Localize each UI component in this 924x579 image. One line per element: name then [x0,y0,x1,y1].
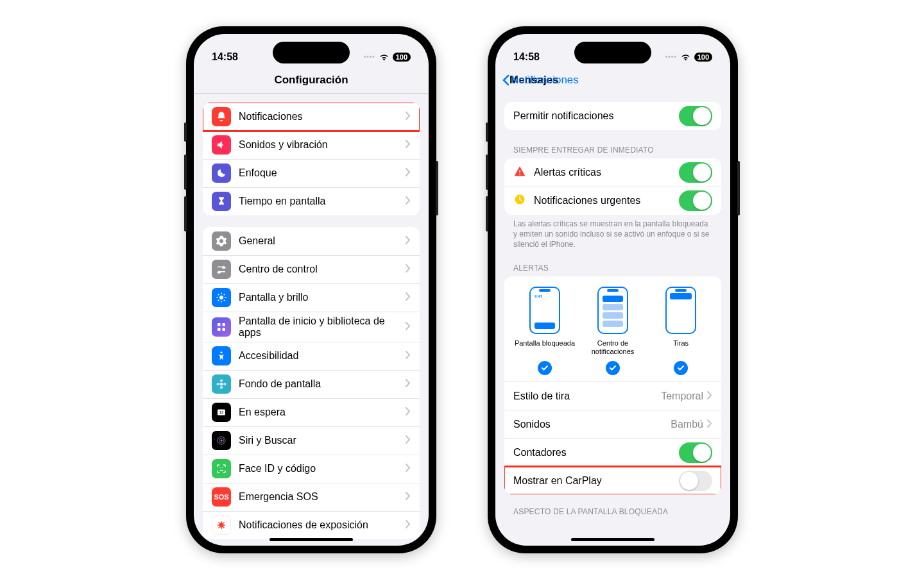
chevron-right-icon [406,235,411,247]
row-sounds[interactable]: Sonidos Bambú [504,410,721,438]
row-label: Enfoque [239,167,406,179]
row-standby[interactable]: 12 En espera [203,398,420,426]
section-header-alerts: ALERTAS [495,260,730,276]
urgent-icon [513,193,526,208]
row-display[interactable]: Pantalla y brillo [203,283,420,312]
check-icon [674,361,688,375]
alert-option-lockscreen[interactable]: 9:41 Pantalla bloqueada [511,287,579,375]
row-label: Sonidos [513,419,671,430]
sun-icon [212,288,231,307]
row-label: Contadores [513,447,679,458]
row-sounds[interactable]: Sonidos y vibración [203,131,420,159]
chevron-right-icon [707,390,712,402]
dynamic-island [574,42,651,63]
row-label: Centro de control [239,264,406,275]
chevron-right-icon [406,378,411,390]
row-label: Pantalla y brillo [239,292,406,303]
chevron-right-icon [406,321,411,333]
chevron-right-icon [406,264,411,275]
row-label: Pantalla de inicio y biblioteca de apps [239,315,406,339]
row-notifications[interactable]: Notificaciones [203,103,420,131]
status-time: 14:58 [212,51,238,63]
row-sos[interactable]: SOS Emergencia SOS [203,483,420,511]
page-title: Configuración [274,74,348,87]
chevron-right-icon [406,292,411,303]
siri-icon [212,431,231,450]
wifi-icon [379,53,389,61]
row-label: General [239,235,406,247]
row-faceid[interactable]: Face ID y código [203,455,420,483]
alert-option-banner[interactable]: Tiras [647,287,715,375]
row-focus[interactable]: Enfoque [203,159,420,187]
phone-right: 14:58 •••• 100 Notificaciones Mensajes P… [488,26,738,553]
row-label: Notificaciones urgentes [534,195,679,206]
toggle-allow[interactable] [679,106,712,126]
virus-icon [212,516,231,535]
row-label: Siri y Buscar [239,435,406,446]
toggle-badges[interactable] [679,442,712,463]
row-urgent[interactable]: Notificaciones urgentes [504,187,721,215]
row-label: Fondo de pantalla [239,378,406,390]
svg-rect-21 [519,170,520,172]
back-button[interactable]: Notificaciones [502,74,579,87]
alert-label: Pantalla bloqueada [515,339,575,356]
toggle-critical[interactable] [679,162,712,183]
row-exposure[interactable]: Notificaciones de exposición [203,511,420,539]
sos-icon: SOS [212,487,231,507]
svg-rect-4 [223,323,226,326]
alerts-panel: 9:41 Pantalla bloqueada Centro de notifi… [504,276,721,382]
alert-option-center[interactable]: Centro de notificaciones [579,287,647,375]
svg-point-20 [219,523,224,528]
svg-point-8 [220,383,223,386]
phone-left: 14:58 •••• 100 Configuración Notificacio… [186,26,436,553]
chevron-right-icon [406,491,411,503]
row-general[interactable]: General [203,227,420,255]
battery-icon: 100 [393,53,411,62]
row-wallpaper[interactable]: Fondo de pantalla [203,370,420,398]
wifi-icon [680,53,691,61]
row-badges[interactable]: Contadores [504,438,721,466]
row-carplay[interactable]: Mostrar en CarPlay [504,466,721,494]
svg-point-10 [220,386,223,389]
check-icon [606,361,620,375]
home-indicator[interactable] [270,538,353,541]
row-siri[interactable]: Siri y Buscar [203,426,420,455]
alert-label: Tiras [673,339,689,356]
speaker-icon [212,135,231,155]
home-indicator[interactable] [571,538,654,541]
chevron-right-icon [406,407,411,418]
svg-point-11 [217,383,220,386]
status-time: 14:58 [513,51,540,63]
row-critical-alerts[interactable]: Alertas críticas [504,158,721,187]
settings-list[interactable]: Notificaciones Sonidos y vibración Enfoq… [194,94,429,542]
moon-icon [212,164,231,183]
chevron-right-icon [406,519,411,531]
battery-icon: 100 [694,53,712,62]
check-icon [538,361,552,375]
group-allow: Permitir notificaciones [504,102,721,130]
svg-text:12: 12 [219,410,224,414]
row-control-center[interactable]: Centro de control [203,255,420,283]
faceid-icon [212,459,231,478]
row-banner-style[interactable]: Estilo de tira Temporal [504,382,721,410]
back-label: Notificaciones [511,74,579,87]
row-accessibility[interactable]: Accesibilidad [203,342,420,370]
row-allow-notifications[interactable]: Permitir notificaciones [504,102,721,130]
row-screentime[interactable]: Tiempo en pantalla [203,187,420,215]
row-label: Accesibilidad [239,350,406,362]
toggle-carplay[interactable] [679,471,712,491]
section-header-immediate: SIEMPRE ENTREGAR DE INMEDIATO [495,142,730,158]
row-label: Alertas críticas [534,167,679,178]
notification-settings[interactable]: Permitir notificaciones SIEMPRE ENTREGAR… [495,93,730,542]
settings-group-1: Notificaciones Sonidos y vibración Enfoq… [203,103,420,215]
svg-point-19 [223,467,224,469]
row-value: Temporal [661,390,703,402]
svg-point-12 [223,383,227,386]
row-home-screen[interactable]: Pantalla de inicio y biblioteca de apps [203,312,420,342]
svg-point-17 [221,440,223,442]
section-footer-immediate: Las alertas críticas se muestran en la p… [495,215,730,254]
chevron-right-icon [406,111,411,122]
row-label: Permitir notificaciones [513,110,679,122]
group-alerts: 9:41 Pantalla bloqueada Centro de notifi… [504,276,721,494]
toggle-urgent[interactable] [679,190,712,211]
